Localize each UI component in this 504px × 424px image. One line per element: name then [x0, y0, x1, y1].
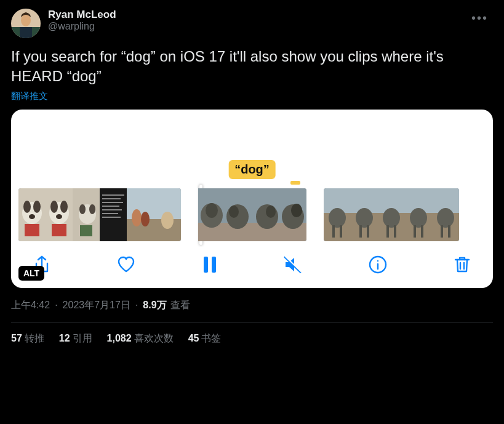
- separator: ·: [55, 300, 57, 311]
- trash-button[interactable]: [452, 255, 472, 274]
- svg-rect-75: [441, 225, 443, 238]
- clip-frame: [198, 188, 225, 241]
- heart-button[interactable]: [116, 255, 136, 274]
- svg-rect-77: [204, 257, 208, 273]
- bookmarks-label: 书签: [201, 332, 221, 345]
- clip-frame: [127, 188, 154, 241]
- svg-point-32: [141, 212, 150, 226]
- svg-rect-9: [25, 224, 39, 236]
- translate-link[interactable]: 翻译推文: [11, 90, 493, 102]
- clip-frame: [18, 188, 46, 241]
- svg-rect-66: [394, 225, 396, 238]
- clip-frame: [46, 188, 73, 241]
- svg-rect-56: [340, 225, 342, 238]
- svg-point-12: [50, 201, 58, 213]
- timeline-marker: [290, 181, 300, 185]
- views-count[interactable]: 8.9万: [143, 299, 166, 312]
- info-button[interactable]: [368, 255, 388, 274]
- svg-rect-61: [367, 225, 369, 238]
- svg-rect-76: [448, 225, 450, 238]
- alt-badge[interactable]: ALT: [18, 266, 44, 281]
- quotes-count: 12: [59, 333, 70, 344]
- svg-rect-24: [102, 202, 123, 203]
- clip-frame: [324, 188, 351, 241]
- svg-rect-65: [386, 225, 389, 238]
- svg-point-13: [60, 201, 68, 213]
- more-options-button[interactable]: •••: [466, 9, 493, 28]
- quotes-label: 引用: [73, 332, 92, 345]
- svg-point-54: [329, 208, 346, 228]
- svg-rect-70: [414, 225, 416, 238]
- author-block: Ryan McLeod @warpling: [48, 9, 116, 32]
- svg-rect-78: [212, 257, 216, 273]
- author-name[interactable]: Ryan McLeod: [48, 9, 116, 21]
- retweets-count: 57: [11, 333, 22, 344]
- avatar[interactable]: [11, 9, 41, 38]
- svg-rect-27: [102, 213, 118, 214]
- clip-frame: [225, 188, 252, 241]
- likes-label: 喜欢次数: [134, 332, 174, 345]
- quotes-stat[interactable]: 12 引用: [59, 332, 92, 345]
- svg-point-31: [132, 209, 142, 226]
- svg-point-19: [89, 204, 95, 214]
- svg-point-14: [56, 214, 62, 219]
- svg-point-18: [79, 204, 86, 214]
- clip-group[interactable]: [18, 188, 181, 241]
- media-attachment[interactable]: “dog”: [11, 110, 493, 288]
- svg-rect-26: [102, 209, 122, 210]
- clip-frame: [252, 188, 279, 241]
- svg-rect-25: [102, 206, 119, 207]
- svg-rect-15: [52, 224, 66, 236]
- tweet-stats: 57 转推 12 引用 1,082 喜欢次数 45 书签: [11, 332, 493, 345]
- svg-rect-3: [20, 27, 32, 38]
- tweet-text: If you search for “dog” on iOS 17 it'll …: [11, 47, 493, 87]
- svg-rect-71: [421, 225, 423, 238]
- bookmarks-count: 45: [188, 333, 199, 344]
- svg-rect-28: [102, 217, 121, 218]
- clip-group-active[interactable]: [198, 188, 306, 241]
- svg-point-35: [161, 212, 174, 229]
- separator: ·: [135, 300, 138, 311]
- author-handle[interactable]: @warpling: [48, 21, 116, 32]
- svg-rect-21: [100, 188, 127, 241]
- tweet-date[interactable]: 2023年7月17日: [63, 299, 130, 312]
- clip-frame: [100, 188, 127, 241]
- clip-frame: [279, 188, 306, 241]
- retweets-label: 转推: [25, 332, 44, 345]
- mute-button[interactable]: [283, 255, 303, 274]
- svg-point-69: [410, 208, 427, 228]
- svg-point-51: [291, 204, 302, 217]
- clip-frame: [73, 188, 100, 241]
- svg-point-43: [229, 206, 239, 218]
- clip-frame: [351, 188, 378, 241]
- svg-rect-20: [80, 225, 92, 236]
- svg-rect-23: [102, 198, 121, 199]
- svg-point-74: [437, 208, 454, 228]
- svg-point-7: [33, 201, 41, 213]
- svg-rect-22: [102, 194, 124, 196]
- svg-point-39: [206, 203, 218, 218]
- tweet-time[interactable]: 上午4:42: [11, 299, 50, 312]
- svg-point-47: [266, 206, 276, 218]
- bookmarks-stat[interactable]: 45 书签: [188, 332, 222, 345]
- tweet-header: Ryan McLeod @warpling •••: [11, 9, 493, 38]
- svg-point-64: [383, 208, 400, 228]
- svg-point-82: [377, 260, 378, 262]
- svg-point-59: [356, 208, 373, 228]
- clip-group[interactable]: [324, 188, 459, 241]
- pause-button[interactable]: [201, 255, 218, 274]
- retweets-stat[interactable]: 57 转推: [11, 332, 44, 345]
- clip-frame: [378, 188, 405, 241]
- tweet-meta: 上午4:42 · 2023年7月17日 · 8.9万 查看: [11, 299, 493, 322]
- likes-stat[interactable]: 1,082 喜欢次数: [107, 332, 174, 345]
- svg-rect-60: [359, 225, 362, 238]
- clip-frame: [405, 188, 432, 241]
- svg-point-8: [29, 214, 35, 219]
- clip-frame: [432, 188, 459, 241]
- search-term-badge: “dog”: [228, 160, 276, 179]
- likes-count: 1,082: [107, 333, 132, 344]
- views-label: 查看: [170, 299, 190, 312]
- clip-frame: [154, 188, 181, 241]
- media-toolbar: [11, 241, 493, 288]
- svg-point-2: [21, 14, 31, 26]
